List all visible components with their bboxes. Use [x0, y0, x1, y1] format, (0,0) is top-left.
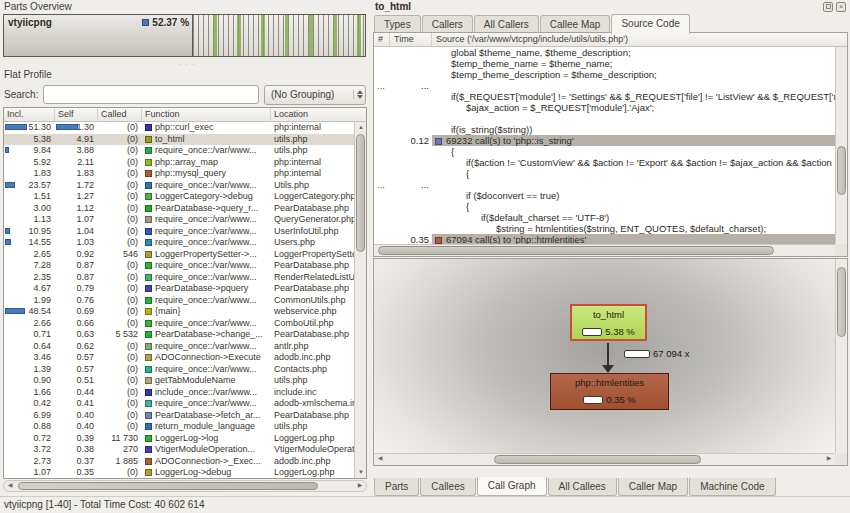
- column-header-incl[interactable]: Incl.: [4, 108, 55, 121]
- source-call-row[interactable]: 0.3567094 call(s) to 'php::htmlentities': [374, 234, 835, 244]
- column-header-time[interactable]: Time: [390, 33, 432, 46]
- table-row[interactable]: 2.350.87(0)require_once::/var/www...Rend…: [4, 272, 354, 284]
- scrollbar-thumb[interactable]: [18, 482, 318, 490]
- table-row[interactable]: 0.880.40(0)return_module_languageutils.p…: [4, 421, 354, 433]
- table-row[interactable]: 1.990.76(0)require_once::/var/www...Comm…: [4, 295, 354, 307]
- table-row[interactable]: 0.640.62(0)require_once::/var/www...antl…: [4, 341, 354, 353]
- table-row[interactable]: 48.540.69(0){main}webservice.php: [4, 306, 354, 318]
- vertical-scrollbar[interactable]: [835, 259, 847, 453]
- table-row[interactable]: 0.710.635 532PearDatabase->change_...Pea…: [4, 329, 354, 341]
- undock-icon[interactable]: [823, 2, 833, 12]
- vertical-scrollbar[interactable]: ▲ ▼: [354, 122, 366, 478]
- column-header-function[interactable]: Function: [142, 108, 271, 121]
- table-row[interactable]: 5.384.91(0)to_htmlutils.php: [4, 134, 354, 146]
- vertical-scrollbar[interactable]: [835, 47, 847, 244]
- table-row[interactable]: 5.922.11(0)php::array_mapphp:internal: [4, 157, 354, 169]
- table-row[interactable]: 0.900.51(0)getTabModuleNameutils.php: [4, 375, 354, 387]
- table-row[interactable]: 7.280.87(0)require_once::/var/www...Pear…: [4, 260, 354, 272]
- source-code-row[interactable]: {: [374, 201, 835, 212]
- scroll-left-icon[interactable]: ◀: [374, 453, 386, 464]
- table-row[interactable]: 0.420.41(0)require_once::/var/www...adod…: [4, 398, 354, 410]
- horizontal-scrollbar[interactable]: [374, 244, 835, 256]
- column-header-line[interactable]: #: [374, 33, 390, 46]
- grouping-combobox[interactable]: (No Grouping): [264, 85, 366, 105]
- table-row[interactable]: 3.460.57(0)ADOConnection->Executeadodb.i…: [4, 352, 354, 364]
- source-code-row[interactable]: $ajax_action = $_REQUEST['module'].'Ajax…: [374, 102, 835, 113]
- graph-node-to-html[interactable]: to_html 5.38 %: [570, 304, 647, 341]
- source-code-row[interactable]: if ($doconvert == true): [374, 190, 835, 201]
- scroll-left-icon[interactable]: ◀: [4, 480, 16, 491]
- table-row[interactable]: 10.951.04(0)require_once::/var/www...Use…: [4, 226, 354, 238]
- table-row[interactable]: 9.843.88(0)require_once::/var/www...util…: [4, 145, 354, 157]
- column-header-self[interactable]: Self: [55, 108, 98, 121]
- tab-all-callers[interactable]: All Callers: [474, 15, 539, 33]
- table-row[interactable]: 1.660.44(0)include_once::/var/www...incl…: [4, 387, 354, 399]
- function-group-swatch-icon: [145, 400, 152, 407]
- table-row[interactable]: 14.551.03(0)require_once::/var/www...Use…: [4, 237, 354, 249]
- table-row[interactable]: 0.720.3911 730LoggerLog->logLoggerLog.ph…: [4, 433, 354, 445]
- source-code-row[interactable]: ......: [374, 80, 835, 91]
- table-row[interactable]: 2.730.371 885ADOConnection->_Exec...adod…: [4, 456, 354, 468]
- column-header-source[interactable]: Source ('/var/www/vtcpng/include/utils/u…: [432, 33, 847, 46]
- tab-callee-map[interactable]: Callee Map: [540, 15, 611, 33]
- source-code-row[interactable]: {: [374, 168, 835, 179]
- source-code-row[interactable]: {: [374, 146, 835, 157]
- table-row[interactable]: 4.670.79(0)PearDatabase->pqueryPearDatab…: [4, 283, 354, 295]
- part-stripes[interactable]: [193, 15, 365, 56]
- tab-caller-map[interactable]: Caller Map: [618, 478, 688, 496]
- graph-node-php-htmlentities[interactable]: php::htmlentities 0.35 %: [550, 373, 669, 410]
- source-code-row[interactable]: if($default_charset == 'UTF-8'): [374, 212, 835, 223]
- source-code-row[interactable]: $temp_theme_name = $theme_name;: [374, 58, 835, 69]
- source-code-row[interactable]: $string = htmlentities($string, ENT_QUOT…: [374, 223, 835, 234]
- tab-all-callees[interactable]: All Callees: [548, 478, 617, 496]
- source-code-row[interactable]: ......: [374, 179, 835, 190]
- source-code-row[interactable]: [374, 113, 835, 124]
- table-row[interactable]: 23.571.72(0)require_once::/var/www...Uti…: [4, 180, 354, 192]
- scroll-down-icon[interactable]: ▼: [355, 467, 367, 478]
- table-row[interactable]: 51.3051.30(0)php::curl_execphp:internal: [4, 122, 354, 134]
- close-icon[interactable]: ×: [836, 2, 846, 12]
- tab-callers[interactable]: Callers: [422, 15, 473, 33]
- source-code-row[interactable]: if($action != 'CustomView' && $action !=…: [374, 157, 835, 168]
- search-input[interactable]: [43, 85, 259, 104]
- tab-call-graph[interactable]: Call Graph: [477, 477, 547, 496]
- scrollbar-thumb[interactable]: [356, 134, 365, 252]
- scroll-up-icon[interactable]: ▲: [355, 122, 367, 133]
- tab-source-code[interactable]: Source Code: [611, 14, 689, 34]
- table-row[interactable]: 2.660.66(0)require_once::/var/www...Comb…: [4, 318, 354, 330]
- tab-types[interactable]: Types: [374, 15, 421, 33]
- splitter-handle[interactable]: · · ·: [178, 60, 195, 69]
- table-row[interactable]: 1.070.35(0)LoggerLog->debugLoggerLog.php: [4, 467, 354, 479]
- scroll-right-icon[interactable]: ▶: [354, 480, 366, 491]
- scrollbar-thumb[interactable]: [837, 267, 846, 337]
- source-code-row[interactable]: if($_REQUEST['module'] != 'Settings' && …: [374, 91, 835, 102]
- source-code-row[interactable]: if(is_string($string)): [374, 124, 835, 135]
- spinner-icon[interactable]: [353, 90, 363, 99]
- horizontal-scrollbar[interactable]: ◀ ▶: [374, 453, 835, 465]
- source-call-row[interactable]: 0.1269232 call(s) to 'php::is_string': [374, 135, 835, 146]
- call-edge[interactable]: [607, 343, 609, 367]
- call-graph-canvas[interactable]: to_html 5.38 % 67 094 x php::htmlentitie…: [373, 258, 848, 466]
- table-row[interactable]: 3.720.38270VtigerModuleOperation...Vtige…: [4, 444, 354, 456]
- column-header-called[interactable]: Called: [98, 108, 142, 121]
- table-row[interactable]: 3.001.12(0)PearDatabase->query_r...PearD…: [4, 203, 354, 215]
- table-row[interactable]: 1.511.27(0)LoggerCategory->debugLoggerCa…: [4, 191, 354, 203]
- scrollbar-thumb[interactable]: [494, 455, 701, 464]
- tab-callees[interactable]: Callees: [420, 478, 475, 496]
- table-row[interactable]: 6.990.40(0)PearDatabase->fetch_ar...Pear…: [4, 410, 354, 422]
- parts-overview-bar[interactable]: vtyiicpng 52.37 %: [3, 14, 366, 57]
- horizontal-scrollbar[interactable]: ◀ ▶: [3, 480, 367, 492]
- scrollbar-thumb[interactable]: [378, 246, 774, 255]
- source-code-row[interactable]: global $theme_name, $theme_description;: [374, 47, 835, 58]
- scroll-right-icon[interactable]: ▶: [823, 453, 835, 464]
- table-row[interactable]: 2.650.92546LoggerPropertySetter->...Logg…: [4, 249, 354, 261]
- source-code-row[interactable]: $temp_theme_description = $theme_descrip…: [374, 69, 835, 80]
- table-row[interactable]: 1.390.57(0)require_once::/var/www...Cont…: [4, 364, 354, 376]
- part-block[interactable]: vtyiicpng 52.37 %: [4, 15, 193, 56]
- table-row[interactable]: 1.831.83(0)php::mysql_queryphp:internal: [4, 168, 354, 180]
- tab-machine-code[interactable]: Machine Code: [689, 478, 775, 496]
- tab-parts[interactable]: Parts: [374, 478, 419, 496]
- column-header-location[interactable]: Location: [271, 108, 366, 121]
- scrollbar-thumb[interactable]: [837, 146, 846, 195]
- table-row[interactable]: 1.131.07(0)require_once::/var/www...Quer…: [4, 214, 354, 226]
